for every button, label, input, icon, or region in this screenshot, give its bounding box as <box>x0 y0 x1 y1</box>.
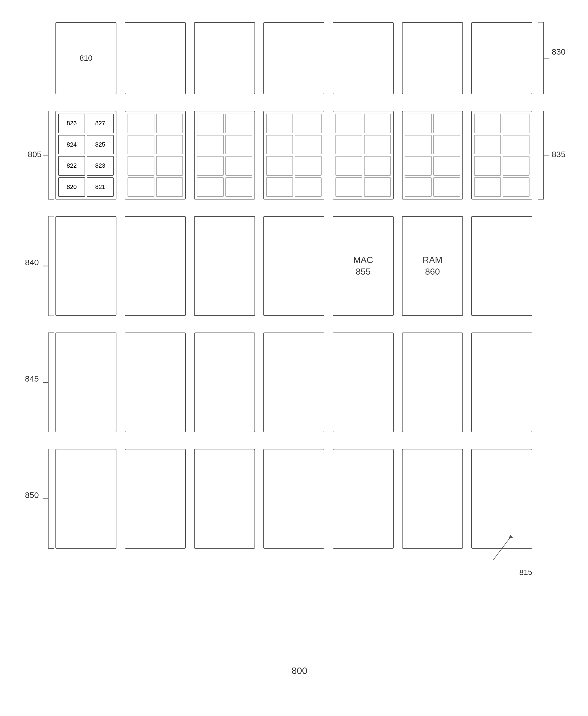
block-850-4 <box>264 449 324 549</box>
block-835-7 <box>471 111 532 199</box>
block-845-5 <box>333 332 394 432</box>
sub-826: 826 <box>58 114 85 133</box>
label-805: 805 <box>28 150 42 159</box>
diagram-main: 810 830 826 827 824 825 <box>39 17 560 682</box>
block-840-1 <box>56 216 117 316</box>
block-835-3 <box>194 111 255 199</box>
block-845-2 <box>125 332 186 432</box>
block-845-3 <box>194 332 255 432</box>
block-835-4 <box>264 111 324 199</box>
block-805: 826 827 824 825 822 823 820 <box>56 111 117 199</box>
block-830-2 <box>125 22 186 94</box>
row-840: MAC 855 RAM 860 <box>56 216 532 316</box>
block-840-3 <box>194 216 255 316</box>
block-830-6 <box>402 22 463 94</box>
block-830-3 <box>194 22 255 94</box>
row-835: 826 827 824 825 822 823 820 <box>56 111 532 199</box>
label-ram: RAM <box>422 254 442 266</box>
label-855: 855 <box>353 266 373 278</box>
block-850-3 <box>194 449 255 549</box>
block-mac-855: MAC 855 <box>333 216 394 316</box>
block-845-1 <box>56 332 117 432</box>
sub-822: 822 <box>58 156 85 176</box>
block-850-1 <box>56 449 117 549</box>
label-820: 820 <box>66 183 77 191</box>
label-815: 815 <box>519 568 532 577</box>
sub-824: 824 <box>58 135 85 155</box>
label-824: 824 <box>66 141 77 148</box>
block-840-4 <box>264 216 324 316</box>
svg-marker-1 <box>509 535 513 539</box>
sub-827: 827 <box>87 114 114 133</box>
sub-823: 823 <box>87 156 114 176</box>
label-827: 827 <box>95 120 105 127</box>
row-850 <box>56 449 532 549</box>
block-845-4 <box>264 332 324 432</box>
sub-821: 821 <box>87 177 114 197</box>
sub-825: 825 <box>87 135 114 155</box>
label-825: 825 <box>95 141 105 148</box>
block-850-6 <box>402 449 463 549</box>
label-850: 850 <box>25 491 39 500</box>
block-840-2 <box>125 216 186 316</box>
block-830-7 <box>471 22 532 94</box>
arrow-815-svg <box>466 532 521 565</box>
label-821: 821 <box>95 183 105 191</box>
block-840-7 <box>471 216 532 316</box>
label-840: 840 <box>25 258 39 267</box>
block-835-5 <box>333 111 394 199</box>
block-850-2 <box>125 449 186 549</box>
brace-845-svg <box>43 332 57 432</box>
label-830: 830 <box>552 47 566 57</box>
row-830: 810 <box>56 22 532 94</box>
block-845-6 <box>402 332 463 432</box>
label-823: 823 <box>95 162 105 169</box>
block-ram-860: RAM 860 <box>402 216 463 316</box>
label-860: 860 <box>422 266 442 278</box>
block-830-4 <box>264 22 324 94</box>
block-830-5 <box>333 22 394 94</box>
label-835: 835 <box>552 150 566 159</box>
brace-840-svg <box>43 216 57 316</box>
label-845: 845 <box>25 374 39 384</box>
figure-label-800: 800 <box>292 665 308 676</box>
label-822: 822 <box>66 162 77 169</box>
sub-820: 820 <box>58 177 85 197</box>
label-810: 810 <box>80 54 92 63</box>
row-845 <box>56 332 532 432</box>
brace-805-svg <box>43 111 57 199</box>
brace-850-svg <box>43 449 57 549</box>
label-826: 826 <box>66 120 77 127</box>
brace-830-svg <box>535 22 554 94</box>
block-845-7 <box>471 332 532 432</box>
block-835-6 <box>402 111 463 199</box>
block-810: 810 <box>56 22 117 94</box>
block-835-2 <box>125 111 186 199</box>
svg-line-0 <box>493 538 510 560</box>
block-850-5 <box>333 449 394 549</box>
label-mac: MAC <box>353 254 373 266</box>
